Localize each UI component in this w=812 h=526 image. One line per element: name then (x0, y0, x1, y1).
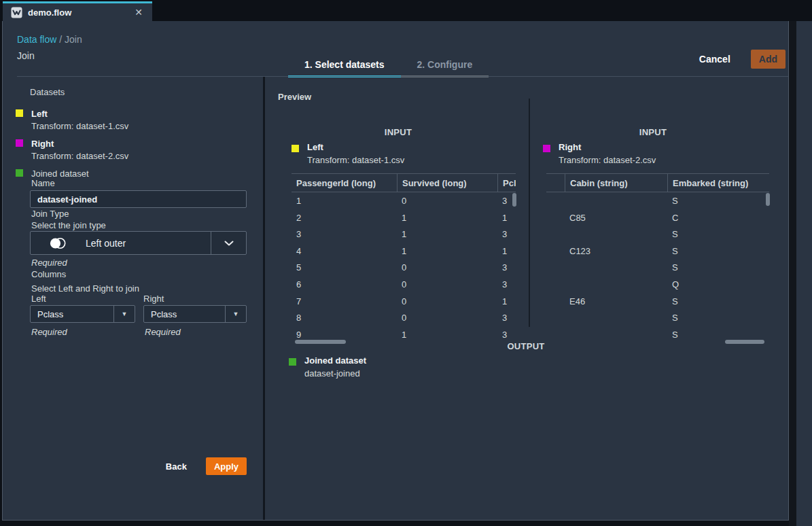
right-input-table[interactable]: Cabin (string)Embarked (string)SC85CSC12… (546, 173, 769, 343)
left-outer-venn-icon (48, 236, 69, 250)
table-cell: 7 (292, 293, 397, 310)
table-row: C85C (546, 209, 769, 226)
join-transform-panel: Data flow / Join Join 1. Select datasets… (2, 21, 789, 521)
window-tab-bar: demo.flow ✕ (0, 0, 812, 21)
table-row: 211 (292, 209, 516, 226)
table-cell: 1 (397, 209, 497, 226)
join-type-label: Join Type (31, 209, 69, 219)
table-row: 313 (292, 226, 516, 243)
cancel-button[interactable]: Cancel (695, 53, 735, 65)
datasets-heading: Datasets (30, 87, 65, 97)
columns-label: Columns (31, 269, 66, 279)
left-input-section: INPUT Left Transform: dataset-1.csv Pass… (278, 125, 518, 349)
input-heading-left: INPUT (278, 127, 518, 137)
left-input-label: Left (307, 142, 404, 152)
table-row: 103 (292, 192, 516, 209)
table-row: S (546, 226, 769, 243)
required-label-left-column: Required (31, 327, 67, 337)
left-column-select[interactable]: Pclass ▼ (30, 305, 135, 323)
table-cell: 1 (397, 226, 497, 243)
left-input-desc: Transform: dataset-1.csv (307, 155, 404, 165)
left-dataset-desc: Transform: dataset-1.csv (31, 121, 128, 131)
table-cell: S (667, 259, 769, 276)
triangle-down-icon: ▼ (225, 306, 246, 322)
table-row: E46S (546, 293, 769, 310)
left-dataset-color-swatch (16, 109, 23, 117)
table-cell (565, 226, 667, 243)
table-cell: 0 (397, 309, 497, 326)
vertical-scrollbar-thumb[interactable] (512, 193, 516, 207)
required-label-right-column: Required (145, 327, 181, 337)
table-row: 603 (292, 276, 516, 293)
table-cell: 3 (497, 226, 516, 243)
add-button[interactable]: Add (751, 50, 785, 69)
table-header-row: Cabin (string)Embarked (string) (546, 173, 769, 192)
table-cell (565, 326, 667, 343)
table-row: 701 (292, 293, 516, 310)
right-dataset-color-swatch (16, 139, 23, 147)
table-cell (546, 209, 565, 226)
right-column-select[interactable]: Pclass ▼ (143, 305, 247, 323)
output-label: Joined dataset (304, 355, 366, 366)
right-dataset-label: Right (31, 139, 54, 149)
inputs-divider (529, 99, 530, 327)
left-input-legend: Left Transform: dataset-1.csv (292, 142, 404, 165)
apply-button[interactable]: Apply (206, 457, 247, 475)
column-header (546, 174, 565, 192)
table-cell: 2 (292, 209, 397, 226)
table-cell: C85 (565, 209, 667, 226)
table-cell: S (667, 226, 769, 243)
join-type-select[interactable]: Left outer (30, 231, 247, 255)
right-column-value: Pclass (144, 309, 225, 319)
table-header-row: PassengerId (long)Survived (long)Pclass … (292, 173, 516, 192)
panel-divider (263, 77, 265, 520)
file-tab-demo-flow[interactable]: demo.flow ✕ (3, 1, 152, 21)
vertical-scrollbar-thumb[interactable] (766, 193, 770, 206)
right-input-legend: Right Transform: dataset-2.csv (543, 142, 656, 165)
header-actions: Cancel Add (695, 50, 785, 69)
input-heading-right: INPUT (533, 127, 773, 137)
header-divider (17, 76, 788, 77)
table-cell (546, 192, 565, 209)
data-wrangler-flow-icon (11, 7, 22, 18)
right-input-label: Right (559, 142, 656, 152)
table-row: C123S (546, 243, 769, 260)
columns-hint: Select Left and Right to join (31, 283, 139, 294)
tab-select-datasets[interactable]: 1. Select datasets (288, 59, 401, 77)
joined-dataset-color-swatch (16, 169, 23, 177)
back-button[interactable]: Back (162, 461, 191, 472)
table-cell: 8 (292, 309, 397, 326)
joined-dataset-label: Joined dataset (31, 169, 89, 179)
table-row: 411 (292, 243, 516, 260)
table-cell: Q (667, 276, 769, 293)
column-header: Embarked (string) (667, 174, 769, 192)
joined-dataset-name-input[interactable] (30, 190, 247, 208)
table-cell: 4 (292, 243, 397, 260)
table-row: Q (546, 276, 769, 293)
table-cell: E46 (565, 293, 667, 310)
table-cell (546, 259, 565, 276)
dock-strip (796, 21, 812, 526)
left-column-value: Pclass (31, 309, 113, 319)
tab-configure[interactable]: 2. Configure (401, 59, 489, 77)
output-color-swatch (289, 358, 296, 366)
table-cell: 1 (292, 192, 397, 209)
table-cell: S (667, 293, 769, 310)
left-input-color-swatch (292, 145, 299, 152)
left-input-table[interactable]: PassengerId (long)Survived (long)Pclass … (292, 173, 516, 343)
table-cell: S (667, 192, 769, 209)
table-cell: 3 (497, 276, 516, 293)
close-icon[interactable]: ✕ (133, 7, 144, 18)
chevron-down-icon[interactable] (211, 232, 246, 254)
table-row: S (546, 309, 769, 326)
table-cell (565, 309, 667, 326)
table-cell (546, 326, 565, 343)
required-label-join-type: Required (31, 258, 67, 268)
table-cell: 0 (397, 293, 497, 310)
output-legend: Joined dataset dataset-joined (289, 355, 366, 379)
breadcrumb-data-flow-link[interactable]: Data flow (17, 34, 56, 45)
wizard-steps: 1. Select datasets 2. Configure (288, 59, 489, 77)
table-cell (565, 276, 667, 293)
table-cell (565, 192, 667, 209)
table-cell: C (667, 209, 769, 226)
